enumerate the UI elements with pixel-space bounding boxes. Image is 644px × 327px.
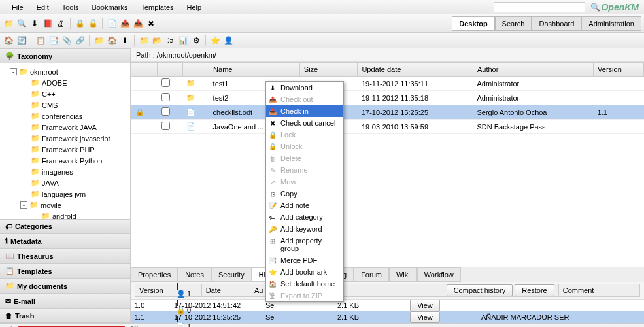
menu-edit[interactable]: Edit <box>30 1 56 13</box>
menu-file[interactable]: File <box>5 1 30 13</box>
tree-node[interactable]: 📁Framework Python <box>0 155 130 166</box>
ctx-set-default-home[interactable]: 🏠Set default home <box>266 278 343 290</box>
file-row[interactable]: 🔒📄checklist.odt362.1 KB17-10-2012 15:25:… <box>131 105 644 120</box>
search-input[interactable] <box>494 2 585 12</box>
row-checkbox[interactable] <box>161 122 170 130</box>
column-header[interactable]: Version <box>594 63 644 77</box>
column-header[interactable]: Update date <box>358 63 473 77</box>
refresh-icon[interactable]: 🔄 <box>16 35 27 46</box>
section-metadata[interactable]: ℹMetadata <box>0 233 130 249</box>
tb-icon[interactable]: ⬆ <box>119 35 131 46</box>
section-templates[interactable]: 📋Templates <box>0 264 130 279</box>
ctx-add-category[interactable]: 🏷Add category <box>266 211 343 223</box>
download-icon[interactable]: ⬇ <box>29 18 41 29</box>
tree-node[interactable]: -📁okm:root <box>0 66 130 77</box>
detail-tab[interactable]: Forum <box>354 267 389 282</box>
checkout-icon[interactable]: 📤 <box>119 18 131 29</box>
tb-icon[interactable]: 📁 <box>138 35 150 46</box>
tb-icon[interactable]: 📑 <box>48 35 59 46</box>
section-categories[interactable]: 🏷Categories <box>0 219 130 233</box>
user-icon[interactable]: 👤 <box>222 35 234 46</box>
column-header[interactable] <box>131 63 158 77</box>
tree-node[interactable]: -📁movile <box>0 199 130 211</box>
restore-button[interactable]: Restore <box>515 284 554 296</box>
menu-help[interactable]: Help <box>180 1 209 13</box>
view-button[interactable]: View <box>410 311 440 323</box>
tb-icon[interactable]: ⚙ <box>190 35 202 46</box>
menu-bookmarks[interactable]: Bookmarks <box>85 1 134 13</box>
ctx-add-keyword[interactable]: 🔑Add keyword <box>266 223 343 235</box>
tab-dashboard[interactable]: Dashboard <box>532 16 581 31</box>
menu-tools[interactable]: Tools <box>56 1 86 13</box>
tb-icon[interactable]: ⭐ <box>209 35 221 46</box>
section-mydocs[interactable]: 📁My documents <box>0 279 130 294</box>
tree-node[interactable]: 📁conferencias <box>0 111 130 122</box>
ctx-download[interactable]: ⬇Download <box>266 82 343 94</box>
column-header[interactable]: Name <box>209 63 300 77</box>
tb-icon[interactable]: 📋 <box>35 35 46 46</box>
menu-templates[interactable]: Templates <box>134 1 180 13</box>
tree-node[interactable]: 📁JAVA <box>0 177 130 188</box>
column-header[interactable]: Size <box>299 63 358 77</box>
find-folder-icon[interactable]: 🔍 <box>16 18 27 29</box>
tree-node[interactable]: 📁Framework JAVA <box>0 122 130 133</box>
detail-tab[interactable]: Security <box>211 267 252 282</box>
tree-node[interactable]: 📁C++ <box>0 88 130 99</box>
column-header[interactable] <box>158 63 183 77</box>
row-checkbox[interactable] <box>161 93 170 101</box>
ctx-add-note[interactable]: 📝Add note <box>266 199 343 211</box>
tb-icon[interactable]: 🏠 <box>106 35 118 46</box>
tree-node[interactable]: 📁ADOBE <box>0 77 130 88</box>
row-checkbox[interactable] <box>161 107 170 116</box>
new-folder-icon[interactable]: 📁 <box>3 18 14 29</box>
ctx-check-out-cancel[interactable]: ✖Check out cancel <box>266 117 343 129</box>
column-header[interactable] <box>182 63 209 77</box>
file-row[interactable]: 📁test219-11-2012 11:35:18Administrator <box>131 91 644 105</box>
tb-icon[interactable]: 📊 <box>177 35 189 46</box>
tree-node[interactable]: 📁CMS <box>0 99 130 111</box>
history-row[interactable]: 1.117-10-2012 15:25:25Se2.1 KBViewAÑADIR… <box>131 311 644 323</box>
tb-icon[interactable]: 🗂 <box>164 35 176 46</box>
tree-toggle[interactable]: - <box>10 68 17 75</box>
tb-icon[interactable]: 📂 <box>151 35 163 46</box>
tb-icon[interactable]: 📁 <box>93 35 105 46</box>
tree-node[interactable]: 📁Framework javascript <box>0 133 130 144</box>
history-row[interactable]: 1.017-10-2012 14:51:42Se2.1 KBView <box>131 300 644 311</box>
file-row[interactable]: 📁test119-11-2012 11:35:11Administrator <box>131 77 644 91</box>
detail-tab[interactable]: Wiki <box>389 267 417 282</box>
tab-administration[interactable]: Administration <box>581 16 641 31</box>
section-thesaurus[interactable]: 📖Thesaurus <box>0 249 130 264</box>
section-email[interactable]: ✉E-mail <box>0 294 130 309</box>
tab-desktop[interactable]: Desktop <box>452 16 494 31</box>
tab-search[interactable]: Search <box>495 16 532 31</box>
detail-tab[interactable]: Properties <box>131 267 178 282</box>
detail-tab[interactable]: Workflow <box>417 267 461 282</box>
row-checkbox[interactable] <box>161 78 170 87</box>
tree-node[interactable]: 📁android <box>0 211 130 219</box>
print-icon[interactable]: 🖨 <box>55 18 67 29</box>
tb-icon[interactable]: 🔗 <box>74 35 86 46</box>
detail-tab[interactable]: Notes <box>178 267 211 282</box>
ctx-copy[interactable]: ⎘Copy <box>266 188 343 199</box>
unlock-icon[interactable]: 🔓 <box>87 18 99 29</box>
download-pdf-icon[interactable]: 📕 <box>42 18 54 29</box>
column-header[interactable]: Author <box>473 63 593 77</box>
section-taxonomy[interactable]: 🌳Taxonomy <box>0 48 130 63</box>
search-icon[interactable]: 🔍 <box>589 1 601 13</box>
compact-history-button[interactable]: Compact history <box>447 284 513 296</box>
view-button[interactable]: View <box>410 300 440 311</box>
lock-icon[interactable]: 🔒 <box>74 18 86 29</box>
ctx-add-property-group[interactable]: ⊞Add property group <box>266 235 343 254</box>
tree-node[interactable]: 📁imagenes <box>0 166 130 177</box>
ctx-merge-pdf[interactable]: 📑Merge PDF <box>266 254 343 266</box>
tree-node[interactable]: 📁languajes jvm <box>0 188 130 199</box>
home-icon[interactable]: 🏠 <box>3 35 14 46</box>
tb-icon[interactable]: 📎 <box>61 35 73 46</box>
tree-toggle[interactable]: - <box>20 201 27 209</box>
ctx-check-in[interactable]: 📥Check in <box>266 105 343 117</box>
file-row[interactable]: 📄JavaOne and ...19-03-2010 13:59:59SDN B… <box>131 120 644 134</box>
checkin-icon[interactable]: 📥 <box>132 18 144 29</box>
section-trash[interactable]: 🗑Trash <box>0 309 130 323</box>
ctx-add-bookmark[interactable]: ⭐Add bookmark <box>266 266 343 278</box>
cancel-checkout-icon[interactable]: ✖ <box>145 18 157 29</box>
